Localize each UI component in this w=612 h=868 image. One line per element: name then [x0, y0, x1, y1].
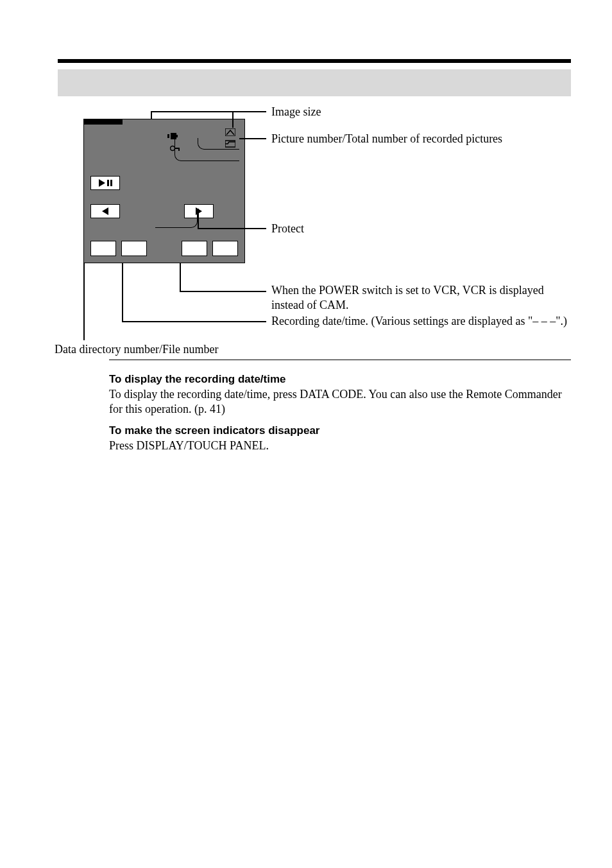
callout-image-size: Image size	[271, 105, 321, 119]
callout-protect: Protect	[271, 221, 304, 236]
leader-line	[174, 138, 239, 161]
leader-line	[151, 111, 152, 119]
bottom-bar-indicator	[84, 119, 123, 125]
leader-line	[83, 263, 85, 340]
bottom-button-3[interactable]	[182, 241, 207, 256]
leader-line	[155, 209, 198, 228]
callout-data-directory: Data directory number/File number	[55, 342, 218, 357]
leader-line	[180, 263, 181, 291]
leader-line	[122, 263, 123, 321]
body-hide-indicators: To make the screen indicators disappear …	[109, 424, 571, 453]
play-pause-icon	[99, 179, 112, 187]
leader-line	[180, 291, 266, 292]
recdate-text: To display the recording date/time, pres…	[109, 387, 571, 417]
section-title-band	[58, 69, 571, 96]
prev-image-button[interactable]	[90, 204, 120, 218]
leader-line	[122, 321, 266, 322]
svg-rect-2	[176, 135, 178, 137]
separator-rule	[109, 360, 571, 360]
leader-line	[198, 228, 266, 229]
lcd-callout-diagram: Image size Picture number/Total number o…	[58, 100, 571, 353]
size-chip-icon	[225, 127, 235, 139]
body-recording-date: To display the recording date/time To di…	[109, 372, 571, 417]
callout-picture-number: Picture number/Total number of recorded …	[271, 132, 502, 146]
bottom-button-1[interactable]	[90, 241, 116, 256]
svg-rect-0	[167, 134, 169, 138]
recdate-heading: To display the recording date/time	[109, 372, 571, 386]
leader-line	[198, 209, 199, 228]
arrow-left-icon	[102, 207, 108, 215]
play-pause-button[interactable]	[90, 176, 120, 190]
leader-line	[151, 111, 266, 112]
hide-text: Press DISPLAY/TOUCH PANEL.	[109, 438, 571, 453]
bottom-button-4[interactable]	[212, 241, 238, 256]
callout-cam-vcr: When the POWER switch is set to VCR, VCR…	[271, 283, 566, 312]
hide-heading: To make the screen indicators disappear	[109, 424, 571, 438]
callout-recording-date: Recording date/time. (Various settings a…	[271, 314, 567, 329]
bottom-button-2[interactable]	[121, 241, 147, 256]
leader-line	[239, 138, 266, 139]
page-rule	[58, 59, 571, 63]
leader-line	[232, 111, 234, 128]
